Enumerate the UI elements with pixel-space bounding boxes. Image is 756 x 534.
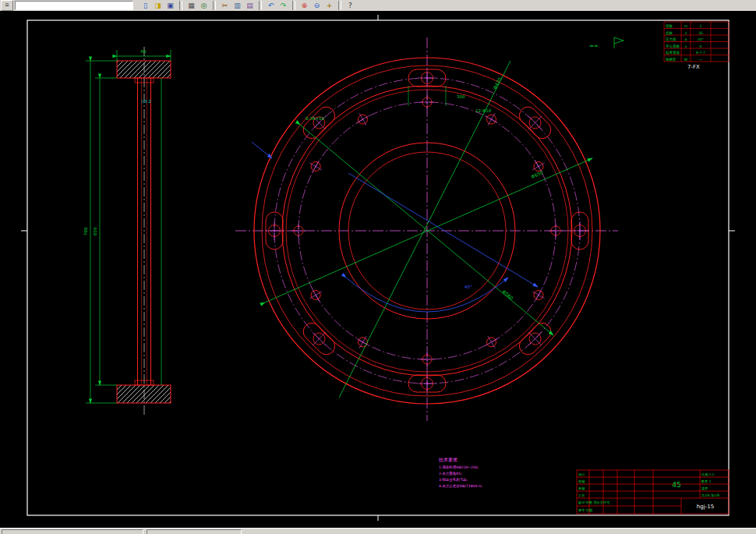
redo-icon: ↷ (281, 2, 287, 9)
param-row-label: 变位系数 (666, 44, 680, 49)
toolbar: ≡ ▯ ◨ ▣ ▦ ◎ ✂ ▥ ▤ ↶ ↷ ⊕ ⊖ + ? (0, 0, 756, 12)
param-row-label: 跨棒距 (666, 58, 677, 62)
paste-button[interactable]: ▤ (244, 0, 256, 11)
side-height-dim: 650 (93, 227, 97, 235)
param-row-value: — (699, 58, 703, 62)
param-row-value: 35 (698, 31, 703, 35)
open-file-icon: ◨ (154, 2, 161, 9)
roughness-marks: ≈≈ (589, 43, 599, 49)
title-sheet: 共1张 第1张 (701, 493, 720, 497)
title-row-check: 校核 (578, 479, 585, 483)
material-label: 45 (672, 481, 680, 489)
angle-label: 45° (465, 285, 472, 289)
side-total-dim: 700 (83, 227, 88, 235)
redo-button[interactable]: ↷ (277, 0, 289, 11)
status-cell (147, 529, 242, 534)
print-icon: ▦ (188, 2, 195, 9)
technical-notes: 技术要求 1.调质处理HB220~250; 2.未注圆角R5; 3.锐边去毛刺飞… (438, 457, 483, 488)
dim-d1-label: Φ650 (530, 169, 544, 179)
note-line: 3.锐边去毛刺飞边; (439, 477, 468, 482)
menu-button[interactable]: ≡ (1, 0, 13, 11)
finish-flag-icon (614, 37, 624, 48)
toolbar-separator (338, 1, 341, 10)
param-row-symbol: α (685, 37, 687, 41)
param-row-value: 20° (698, 37, 704, 41)
title-block: 45 hgj-15 设计 校核 审核 工艺 标记 处数 更改文件号 签字 日期 … (577, 470, 729, 514)
print-preview-icon: ◎ (201, 2, 207, 9)
save-icon: ▣ (167, 2, 174, 9)
save-button[interactable]: ▣ (164, 0, 176, 11)
note-line: 2.未注圆角R5; (439, 472, 462, 476)
cut-icon: ✂ (222, 2, 228, 9)
surface-finish-label: ▽3.2 (141, 99, 151, 104)
param-row-symbol: x (685, 44, 687, 48)
toolbar-separator (292, 1, 295, 10)
copy-button[interactable]: ▥ (231, 0, 243, 11)
zoom-in-icon: ⊕ (302, 2, 308, 9)
app-window: ≡ ▯ ◨ ▣ ▦ ◎ ✂ ▥ ▤ ↶ ↷ ⊕ ⊖ + ? (0, 0, 756, 534)
param-row-value: 8-7-7 (696, 51, 705, 55)
toolbar-separator (259, 1, 262, 10)
holes-count-label: 12-Φ18 (475, 108, 492, 113)
sheet-frame (21, 15, 735, 521)
param-row-label: 精度等级 (666, 51, 680, 55)
open-file-button[interactable]: ◨ (152, 0, 164, 11)
title-row-marks: 标记 处数 更改文件号 (578, 500, 610, 505)
title-row-design: 设计 (578, 472, 585, 476)
dim-d3-label: Φ420 (492, 76, 503, 90)
parameter-table: 模数 m 2 齿数 z 35 压力角 α 20° 变位系数 x 0 精度等级 8… (589, 22, 729, 70)
toolbar-separator (179, 1, 182, 10)
slot-span-label: 300 (457, 94, 465, 99)
help-icon: ? (348, 2, 352, 9)
new-file-icon: ▯ (143, 2, 147, 9)
zoom-out-icon: ⊖ (314, 2, 320, 9)
title-weight: 重量 (701, 486, 708, 490)
title-row-audit: 审核 (578, 486, 585, 490)
param-row-symbol: M (684, 58, 687, 62)
title-row-process: 工艺 (578, 493, 585, 497)
param-row-value: 2 (700, 24, 702, 28)
copy-icon: ▥ (234, 2, 241, 9)
toolbar-icons: ▯ ◨ ▣ ▦ ◎ ✂ ▥ ▤ ↶ ↷ ⊕ ⊖ + ? (140, 0, 356, 11)
front-view: Φ650 Φ560 Φ420 12-Φ18 8-36×18 45° 300 (235, 37, 618, 421)
status-cell (2, 529, 143, 534)
pan-icon: + (327, 2, 333, 9)
zoom-out-button[interactable]: ⊖ (311, 0, 323, 11)
note-line: 1.调质处理HB220~250; (439, 465, 479, 469)
title-qty: 数量 1 (701, 479, 712, 483)
param-row-label: 齿数 (666, 31, 673, 35)
dim-d2-label: Φ560 (501, 288, 514, 301)
part-number: hgj-15 (697, 504, 714, 510)
drawing-canvas[interactable]: ▽3.2 650 700 60 (0, 11, 756, 528)
note-line: 4.未注公差按GB/T1804-m. (439, 484, 483, 488)
diameter-lines (265, 61, 592, 398)
title-row-sign: 签字 日期 (578, 508, 592, 512)
side-view: ▽3.2 650 700 60 (83, 47, 171, 417)
print-button[interactable]: ▦ (185, 0, 197, 11)
notes-heading: 技术要求 (438, 457, 457, 463)
new-file-button[interactable]: ▯ (140, 0, 151, 11)
side-width-dim: 60 (141, 49, 147, 54)
view-label: 7-FX (687, 64, 700, 70)
slots-count-label: 8-36×18 (306, 116, 325, 121)
pan-button[interactable]: + (323, 0, 335, 11)
param-row-label: 压力角 (666, 37, 677, 42)
help-button[interactable]: ? (344, 0, 356, 11)
cad-drawing: ▽3.2 650 700 60 (0, 11, 756, 528)
title-scale: 比例 1:2 (701, 472, 715, 477)
param-row-symbol: m (684, 24, 687, 28)
status-bar (0, 528, 756, 534)
undo-icon: ↶ (268, 2, 274, 9)
param-row-symbol: z (685, 31, 687, 35)
toolbar-separator (213, 1, 216, 10)
zoom-in-button[interactable]: ⊕ (299, 0, 310, 11)
param-row-label: 模数 (665, 24, 673, 28)
cut-button[interactable]: ✂ (219, 0, 231, 11)
side-dimensions (86, 50, 171, 403)
print-preview-button[interactable]: ◎ (198, 0, 210, 11)
command-input[interactable] (15, 1, 133, 10)
undo-button[interactable]: ↶ (265, 0, 277, 11)
param-row-value: 0 (700, 44, 702, 48)
paste-icon: ▤ (246, 2, 253, 9)
